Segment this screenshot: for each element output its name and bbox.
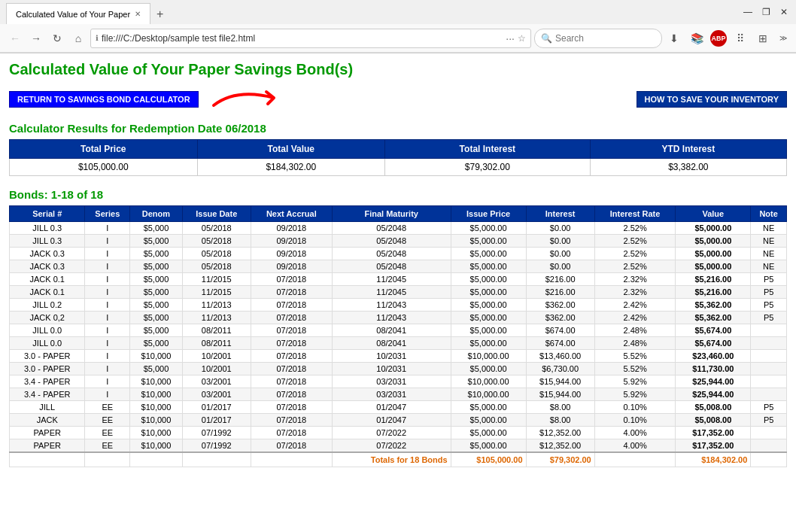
table-cell: 05/2018 [182,260,251,273]
table-cell: I [85,286,130,299]
page-content: Calculated Value of Your Paper Savings B… [0,53,796,475]
table-cell: $5,000.00 [451,324,526,337]
table-cell: P5 [751,401,787,414]
table-cell: $5,000.00 [451,260,526,273]
address-bar[interactable]: ℹ ··· ☆ [90,29,531,48]
summary-header-cell: Total Value [197,140,385,159]
minimize-btn[interactable]: — [742,6,754,18]
home-btn[interactable]: ⌂ [69,29,87,47]
table-cell: JILL [10,401,85,414]
table-cell: NE [751,248,787,260]
table-cell: $5,000 [130,363,182,375]
table-cell [751,337,787,350]
table-cell: 2.48% [594,337,676,350]
refresh-btn[interactable]: ↻ [48,29,66,47]
maximize-btn[interactable]: ❐ [760,6,772,18]
abp-btn[interactable]: ABP [710,30,727,47]
table-cell: 09/2018 [251,260,332,273]
search-bar[interactable]: 🔍 [534,29,662,48]
download-btn[interactable]: ⬇ [665,29,683,47]
table-cell: I [85,337,130,350]
table-header-cell: Value [676,206,751,222]
table-cell: $5,000 [130,286,182,299]
summary-header-cell: YTD Interest [590,140,786,159]
bonds-title: Bonds: 1-18 of 18 [9,188,787,201]
save-inventory-btn[interactable]: HOW TO SAVE YOUR INVENTORY [636,91,787,108]
summary-value-cell: $105,000.00 [10,159,198,176]
table-header-cell: Interest Rate [594,206,676,222]
table-cell: $8.00 [526,414,594,427]
totals-cell [10,452,85,467]
table-cell [751,324,787,337]
table-cell: $5,000 [130,337,182,350]
table-cell: 05/2048 [332,260,451,273]
table-cell [751,350,787,363]
table-cell: 11/2013 [182,299,251,312]
table-cell: 05/2048 [332,248,451,260]
table-cell: $15,944.00 [526,375,594,388]
bookmarks-btn[interactable]: 📚 [688,29,706,47]
table-cell: 10/2001 [182,350,251,363]
more-tools-btn[interactable]: ≫ [776,32,790,44]
table-header-cell: Note [751,206,787,222]
table-cell: $5,008.00 [676,401,751,414]
table-cell: JACK 0,2 [10,312,85,324]
reader-view-btn[interactable]: ⊞ [754,29,772,47]
totals-cell: $184,302.00 [676,452,751,467]
table-header-cell: Serial # [10,206,85,222]
nav-bar: ← → ↻ ⌂ ℹ ··· ☆ 🔍 ⬇ 📚 ABP ⠿ ⊞ ≫ [0,24,796,53]
table-cell: $10,000 [130,439,182,453]
table-cell: PAPER [10,439,85,453]
table-cell: 11/2015 [182,273,251,286]
table-header-cell: Issue Price [451,206,526,222]
table-cell: 07/2018 [251,312,332,324]
calc-results-title: Calculator Results for Redemption Date 0… [9,122,787,135]
back-btn[interactable]: ← [6,29,24,47]
return-btn[interactable]: RETURN TO SAVINGS BOND CALCULATOR [9,91,199,108]
search-icon: 🔍 [541,33,552,44]
table-cell: 08/2011 [182,324,251,337]
table-cell: 05/2018 [182,248,251,260]
new-tab-btn[interactable]: + [150,5,169,24]
table-row: JACK 0.3I$5,00005/201809/201805/2048$5,0… [10,248,787,260]
address-input[interactable] [102,33,503,44]
totals-cell [182,452,251,467]
table-cell: $17,352.00 [676,439,751,453]
table-cell: I [85,324,130,337]
table-header-cell: Denom [130,206,182,222]
table-cell: $15,944.00 [526,388,594,401]
table-cell: JACK [10,414,85,427]
forward-btn[interactable]: → [27,29,45,47]
tab-close-btn[interactable]: ✕ [135,10,141,18]
table-cell: 10/2001 [182,363,251,375]
table-cell [751,427,787,439]
address-more-btn[interactable]: ··· [506,32,515,44]
table-cell: 08/2041 [332,324,451,337]
table-cell: $5,000.00 [451,363,526,375]
extensions-btn[interactable]: ⠿ [731,29,749,47]
table-cell: $10,000 [130,427,182,439]
table-cell: 07/1992 [182,427,251,439]
table-cell: 07/2018 [251,439,332,453]
table-cell: $216.00 [526,273,594,286]
table-cell: 3.0 - PAPER [10,350,85,363]
table-cell: $0.00 [526,222,594,235]
table-cell: 2.52% [594,248,676,260]
summary-value-cell: $3,382.00 [590,159,786,176]
table-cell: 2.52% [594,235,676,248]
table-cell: I [85,222,130,235]
bookmark-icon[interactable]: ☆ [518,33,526,44]
table-header-cell: Next Accrual [251,206,332,222]
table-cell: 05/2018 [182,235,251,248]
table-cell: P5 [751,273,787,286]
search-input[interactable] [555,33,655,44]
close-btn[interactable]: ✕ [778,6,790,18]
table-cell: I [85,388,130,401]
table-row: JILLEE$10,00001/201707/201801/2047$5,000… [10,401,787,414]
table-row: JILL 0.3I$5,00005/201809/201805/2048$5,0… [10,235,787,248]
browser-tab[interactable]: Calculated Value of Your Paper ✕ [6,3,150,24]
table-cell: 11/2043 [332,299,451,312]
table-cell: I [85,235,130,248]
table-cell: P5 [751,299,787,312]
table-cell: JILL 0.0 [10,337,85,350]
